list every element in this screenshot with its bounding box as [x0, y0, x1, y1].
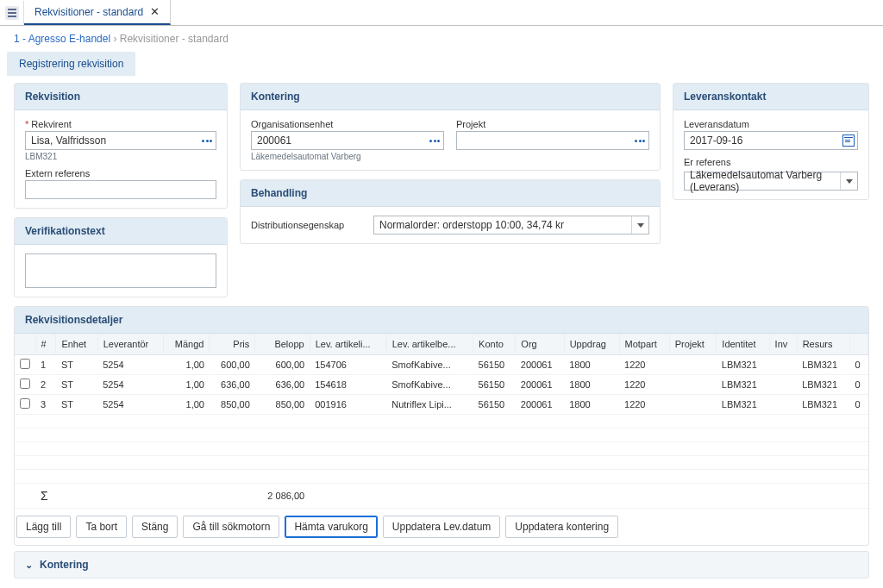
rekvirent-input[interactable]: [25, 131, 216, 150]
chevron-right-icon: ›: [113, 33, 119, 45]
fetch-cart-button[interactable]: Hämta varukorg: [285, 516, 377, 538]
col-pris[interactable]: Pris: [210, 334, 255, 355]
col-konto[interactable]: Konto: [473, 334, 516, 355]
panel-header: Leveranskontakt: [673, 84, 868, 110]
row-checkbox[interactable]: [20, 378, 30, 389]
panel-header: Kontering: [241, 84, 660, 110]
col-identitet[interactable]: Identitet: [717, 334, 769, 355]
col-artid[interactable]: Lev. artikeli...: [310, 334, 386, 355]
cell-motpart: 1220: [619, 395, 669, 415]
tab-registrering[interactable]: Registrering rekvisition: [7, 52, 135, 76]
projekt-label: Projekt: [456, 119, 649, 129]
cell-artid: 154618: [310, 375, 386, 395]
col-num[interactable]: #: [35, 334, 56, 355]
col-org[interactable]: Org: [516, 334, 564, 355]
cell-pris: 600,00: [210, 355, 255, 375]
leveransdatum-input[interactable]: [684, 131, 858, 150]
org-label: Organisationsenhet: [251, 119, 444, 129]
cell-enhet: ST: [56, 355, 97, 375]
lookup-icon[interactable]: [428, 134, 442, 147]
sum-belopp: 2 086,00: [255, 484, 310, 509]
cell-pris: 636,00: [210, 375, 255, 395]
distribution-select[interactable]: Normalorder: orderstopp 10:00, 34,74 kr: [373, 216, 649, 235]
col-enhet[interactable]: Enhet: [56, 334, 97, 355]
col-motpart[interactable]: Motpart: [619, 334, 669, 355]
er-referens-select[interactable]: Läkemedelsautomat Varberg (Leverans): [684, 172, 858, 191]
cell-motpart: 1220: [619, 355, 669, 375]
cell-mangd: 1,00: [163, 395, 210, 415]
accordion-kontering[interactable]: ⌄ Kontering: [14, 551, 869, 579]
panel-leveranskontakt: Leveranskontakt Leveransdatum Er referen…: [673, 83, 869, 200]
cell-org: 200061: [516, 375, 564, 395]
extern-input[interactable]: [25, 180, 216, 199]
distribution-label: Distributionsegenskap: [251, 220, 363, 230]
org-hint: Läkemedelsautomat Varberg: [251, 152, 444, 161]
table-row[interactable]: 3ST52541,00850,00850,00001916Nutriflex L…: [15, 395, 868, 415]
cell-uppdrag: 1800: [564, 355, 619, 375]
goto-search-button[interactable]: Gå till sökmotorn: [183, 516, 279, 538]
close-icon[interactable]: ✕: [150, 5, 160, 18]
panel-rekvisitionsdetaljer: Rekvisitionsdetaljer # Enhet Leverantör …: [14, 306, 869, 546]
cell-konto: 56150: [473, 355, 516, 375]
cell-enhet: ST: [56, 395, 97, 415]
calendar-icon[interactable]: [842, 134, 855, 147]
cell-uppdrag: 1800: [564, 375, 619, 395]
cell-konto: 56150: [473, 395, 516, 415]
cell-motpart: 1220: [619, 375, 669, 395]
cell-projekt: [669, 355, 717, 375]
panel-header: Verifikationstext: [15, 218, 227, 245]
org-input[interactable]: [251, 131, 444, 150]
row-checkbox[interactable]: [20, 359, 30, 369]
row-checkbox[interactable]: [20, 398, 30, 409]
accordion-label: Kontering: [40, 559, 89, 571]
col-lev[interactable]: Leverantör: [97, 334, 163, 355]
table-row[interactable]: 1ST52541,00600,00600,00154706SmofKabive.…: [15, 355, 868, 375]
col-uppdrag[interactable]: Uppdrag: [564, 334, 619, 355]
cell-pris: 850,00: [210, 395, 255, 415]
app-menu-icon[interactable]: [0, 1, 24, 25]
projekt-input[interactable]: [456, 131, 649, 150]
col-projekt[interactable]: Projekt: [669, 334, 717, 355]
top-tabbar: Rekvisitioner - standard ✕: [0, 0, 883, 26]
breadcrumb: 1 - Agresso E-handel › Rekvisitioner - s…: [0, 26, 883, 52]
close-button[interactable]: Stäng: [132, 516, 178, 538]
rekvirent-hint: LBM321: [25, 152, 216, 161]
cell-resurs: LBM321: [797, 355, 849, 375]
cell-tail: 0: [849, 355, 867, 375]
update-levdatum-button[interactable]: Uppdatera Lev.datum: [383, 516, 501, 538]
col-resurs[interactable]: Resurs: [797, 334, 849, 355]
col-belopp[interactable]: Belopp: [255, 334, 310, 355]
panel-header: Rekvisitionsdetaljer: [15, 307, 868, 334]
cell-resurs: LBM321: [797, 395, 849, 415]
table-row[interactable]: 2ST52541,00636,00636,00154618SmofKabive.…: [15, 375, 868, 395]
cell-identitet: LBM321: [717, 355, 769, 375]
chevron-down-icon[interactable]: [840, 172, 857, 190]
tab-rekvisitioner[interactable]: Rekvisitioner - standard ✕: [24, 0, 171, 25]
panel-kontering: Kontering Organisationsenhet Läkemedelsa…: [240, 83, 661, 171]
breadcrumb-current: Rekvisitioner - standard: [120, 33, 229, 45]
cell-identitet: LBM321: [717, 395, 769, 415]
chevron-down-icon[interactable]: [631, 216, 648, 234]
chevron-down-icon: ⌄: [25, 560, 33, 571]
breadcrumb-link[interactable]: 1 - Agresso E-handel: [14, 33, 110, 45]
add-button[interactable]: Lägg till: [16, 516, 71, 538]
verifikation-textarea[interactable]: [25, 253, 216, 288]
col-inv[interactable]: Inv: [769, 334, 797, 355]
cell-projekt: [669, 395, 717, 415]
lookup-icon[interactable]: [200, 134, 214, 147]
panel-behandling: Behandling Distributionsegenskap Normalo…: [240, 179, 661, 244]
lookup-icon[interactable]: [633, 134, 647, 147]
sigma-icon: Σ: [35, 484, 56, 509]
cell-belopp: 850,00: [255, 395, 310, 415]
cell-resurs: LBM321: [797, 375, 849, 395]
col-mangd[interactable]: Mängd: [163, 334, 210, 355]
cell-artbe: Nutriflex Lipi...: [386, 395, 473, 415]
cell-belopp: 600,00: [255, 355, 310, 375]
cell-belopp: 636,00: [255, 375, 310, 395]
cell-lev: 5254: [97, 395, 163, 415]
remove-button[interactable]: Ta bort: [76, 516, 127, 538]
col-artbe[interactable]: Lev. artikelbe...: [386, 334, 473, 355]
cell-artid: 001916: [310, 395, 386, 415]
update-kontering-button[interactable]: Uppdatera kontering: [505, 516, 618, 538]
cell-inv: [769, 395, 797, 415]
